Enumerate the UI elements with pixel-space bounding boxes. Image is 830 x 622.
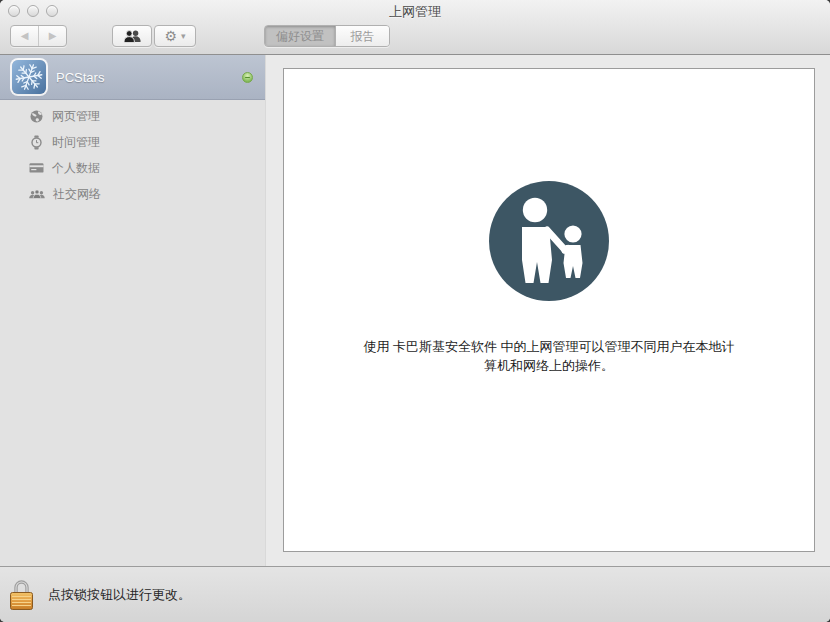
users-icon (123, 30, 142, 43)
lock-hint-text: 点按锁按钮以进行更改。 (48, 586, 191, 604)
sidebar-user-pcstars[interactable]: PCStars (0, 55, 265, 100)
forward-button[interactable]: ▶ (38, 26, 66, 46)
back-button[interactable]: ◀ (11, 26, 38, 46)
sidebar: PCStars 网页管理 (0, 55, 266, 566)
info-panel: 使用 卡巴斯基安全软件 中的上网管理可以管理不同用户在本地计算机和网络上的操作。 (283, 68, 815, 552)
gear-icon: ⚙ (164, 29, 177, 43)
sidebar-item-label: 社交网络 (53, 186, 101, 203)
main-area: 使用 卡巴斯基安全软件 中的上网管理可以管理不同用户在本地计算机和网络上的操作。 (266, 55, 830, 566)
globe-icon (29, 109, 44, 124)
user-name: PCStars (56, 70, 242, 85)
feature-description: 使用 卡巴斯基安全软件 中的上网管理可以管理不同用户在本地计算机和网络上的操作。 (360, 337, 738, 375)
sidebar-item-personal-data[interactable]: 个人数据 (0, 155, 265, 181)
window-header: 上网管理 ◀ ▶ ⚙ ▾ (0, 0, 830, 55)
sidebar-item-label: 时间管理 (52, 134, 100, 151)
back-arrow-icon: ◀ (21, 30, 29, 41)
sidebar-item-label: 网页管理 (52, 108, 100, 125)
chevron-down-icon: ▾ (181, 32, 186, 41)
actions-menu-button[interactable]: ⚙ ▾ (154, 25, 196, 47)
lock-icon[interactable] (8, 576, 35, 613)
titlebar: 上网管理 (0, 0, 830, 22)
forward-arrow-icon: ▶ (49, 30, 57, 41)
status-enabled-indicator (242, 72, 253, 83)
user-avatar (12, 60, 46, 94)
card-icon (29, 162, 44, 174)
users-button[interactable] (112, 25, 152, 47)
sidebar-sections: 网页管理 时间管理 (0, 100, 265, 207)
content-area: PCStars 网页管理 (0, 55, 830, 566)
sidebar-item-time-management[interactable]: 时间管理 (0, 129, 265, 155)
sidebar-item-web-management[interactable]: 网页管理 (0, 103, 265, 129)
footer-bar: 点按锁按钮以进行更改。 (0, 566, 830, 622)
window-title: 上网管理 (0, 3, 830, 21)
sidebar-item-social-networks[interactable]: 社交网络 (0, 181, 265, 207)
tab-preferences[interactable]: 偏好设置 (265, 26, 335, 46)
view-tabs: 偏好设置 报告 (264, 25, 390, 47)
tab-reports[interactable]: 报告 (335, 26, 389, 46)
sidebar-item-label: 个人数据 (52, 160, 100, 177)
parent-child-icon (489, 181, 609, 301)
group-icon (29, 189, 45, 200)
watch-icon (29, 135, 44, 150)
history-nav-control: ◀ ▶ (10, 25, 67, 47)
app-window: 上网管理 ◀ ▶ ⚙ ▾ (0, 0, 830, 622)
